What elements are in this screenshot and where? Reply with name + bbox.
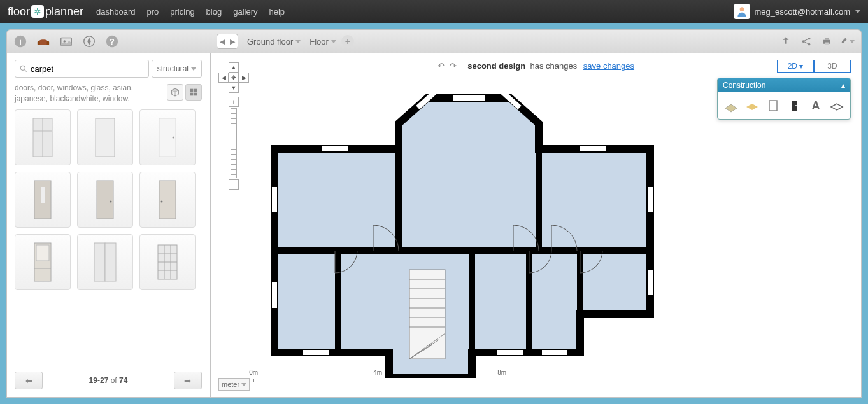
asset-tile[interactable]	[15, 109, 71, 165]
asset-tile[interactable]	[77, 172, 133, 228]
print-icon[interactable]	[819, 34, 834, 49]
asset-tile[interactable]	[15, 172, 71, 228]
svg-rect-26	[159, 181, 176, 219]
zoom-out-button[interactable]: −	[229, 179, 239, 190]
settings-icon[interactable]	[839, 34, 855, 49]
svg-rect-23	[41, 187, 45, 203]
pan-up-button[interactable]: ▲	[229, 62, 239, 73]
svg-point-39	[802, 40, 805, 43]
redo-button[interactable]: ↷	[450, 61, 457, 71]
canvas-header: ↶ ↷ second design has changes save chang…	[211, 61, 861, 71]
search-input[interactable]	[31, 64, 145, 74]
logo-text-right: planner	[45, 5, 83, 18]
svg-rect-45	[825, 38, 829, 40]
svg-rect-12	[190, 89, 194, 92]
page-next-button[interactable]: ➡	[174, 372, 202, 389]
chevron-down-icon	[331, 40, 336, 43]
svg-point-40	[808, 38, 811, 40]
ruler-scale: 0m 4m 8m	[253, 379, 508, 390]
search-icon	[19, 64, 28, 73]
chevron-down-icon	[241, 383, 246, 386]
tool-door-icon[interactable]	[785, 96, 804, 115]
pan-right-button[interactable]: ▶	[239, 73, 249, 83]
save-changes-link[interactable]: save changes	[583, 61, 634, 71]
search-box[interactable]	[15, 60, 149, 78]
svg-point-27	[161, 200, 163, 202]
user-menu[interactable]: meg_escott@hotmail.com	[734, 4, 860, 19]
unit-selector[interactable]: meter	[218, 378, 250, 391]
page-prev-button[interactable]: ⬅	[15, 372, 43, 389]
compass-icon[interactable]	[81, 33, 97, 50]
chevron-down-icon	[850, 40, 855, 43]
design-name: second design	[467, 61, 525, 71]
zoom-in-button[interactable]: +	[229, 97, 239, 107]
asset-tile[interactable]	[15, 234, 71, 290]
info-icon[interactable]: i	[12, 33, 29, 50]
furniture-icon[interactable]	[35, 33, 52, 50]
view-grid-button[interactable]	[185, 84, 202, 101]
collapse-icon: ▴	[841, 81, 845, 90]
view-3d-button[interactable]: 3D	[814, 60, 851, 73]
zoom-slider[interactable]	[231, 108, 237, 178]
help-icon[interactable]: ?	[104, 33, 120, 50]
svg-rect-13	[194, 89, 197, 92]
construction-header[interactable]: Construction ▴	[718, 78, 850, 92]
svg-line-42	[804, 39, 808, 41]
sidebar: structural doors, door, windows, glass, …	[6, 53, 210, 398]
svg-line-11	[25, 70, 27, 72]
svg-text:i: i	[19, 37, 22, 46]
chevron-down-icon	[855, 10, 860, 13]
svg-point-25	[110, 200, 112, 202]
tool-surface-icon[interactable]	[828, 96, 846, 115]
tool-floor-icon[interactable]	[743, 96, 761, 115]
nav-back-button[interactable]: ◀	[217, 34, 227, 48]
view-2d-button[interactable]: 2D ▾	[777, 60, 814, 73]
asset-tile[interactable]	[139, 172, 196, 228]
tool-room-icon[interactable]	[722, 96, 740, 115]
nav-pro[interactable]: pro	[147, 7, 159, 17]
tool-wall-icon[interactable]	[764, 96, 783, 115]
pan-left-button[interactable]: ◀	[218, 73, 229, 83]
nav-blog[interactable]: blog	[206, 7, 222, 17]
nav-gallery[interactable]: gallery	[233, 7, 257, 17]
logo[interactable]: floor ✲ planner	[8, 5, 83, 18]
photo-icon[interactable]	[58, 33, 75, 50]
nav-pricing[interactable]: pricing	[170, 7, 194, 17]
asset-tile[interactable]	[139, 109, 196, 165]
export-icon[interactable]	[778, 34, 793, 49]
asset-tile[interactable]	[139, 234, 196, 290]
floor-plan-drawing[interactable]	[262, 79, 657, 378]
svg-line-43	[804, 42, 808, 44]
nav-forward-button[interactable]: ▶	[227, 34, 238, 48]
pan-down-button[interactable]: ▼	[229, 83, 239, 93]
share-icon[interactable]	[799, 34, 814, 49]
svg-rect-3	[38, 41, 40, 45]
page-info: 19-27 of 74	[89, 376, 128, 385]
pan-center-button[interactable]: ✥	[229, 73, 239, 83]
view-toggle: 2D ▾ 3D	[777, 60, 851, 73]
nav-help[interactable]: help	[269, 7, 285, 17]
floor-label: Floor	[309, 37, 329, 46]
chevron-down-icon	[191, 67, 196, 71]
view-3d-button[interactable]	[167, 84, 183, 101]
asset-tile[interactable]	[77, 234, 133, 290]
filter-dropdown[interactable]: structural	[152, 60, 202, 78]
svg-rect-29	[36, 245, 49, 261]
canvas[interactable]: ↶ ↷ second design has changes save chang…	[210, 53, 862, 398]
user-email: meg_escott@hotmail.com	[755, 7, 850, 17]
add-floor-button[interactable]: +	[341, 35, 354, 48]
nav-dashboard[interactable]: dashboard	[96, 7, 135, 17]
svg-rect-32	[105, 243, 116, 281]
svg-rect-60	[409, 270, 445, 359]
left-toolbar: i ?	[6, 29, 210, 53]
tool-text-icon[interactable]: A	[806, 96, 825, 115]
nav-links: dashboard pro pricing blog gallery help	[96, 7, 285, 17]
asset-grid	[15, 109, 202, 290]
svg-point-10	[20, 66, 25, 70]
floor-dropdown[interactable]: Floor	[309, 37, 336, 46]
svg-rect-4	[47, 41, 50, 45]
floor-level-dropdown[interactable]: Ground floor	[247, 37, 301, 46]
asset-tile[interactable]	[77, 109, 133, 165]
undo-button[interactable]: ↶	[438, 61, 445, 71]
construction-title: Construction	[723, 81, 765, 90]
